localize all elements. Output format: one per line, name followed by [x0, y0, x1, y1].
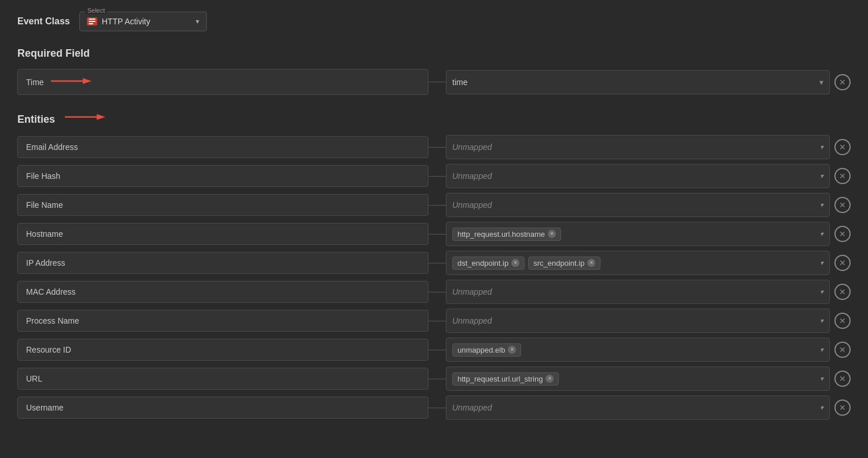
entity-chevron-icon-2: ▾ — [820, 201, 823, 209]
entity-tag-text-7-0: unmapped.elb — [457, 346, 505, 354]
entity-chevron-icon-9: ▾ — [820, 404, 823, 412]
select-label: Select — [85, 7, 108, 14]
entity-tag-4-0: dst_endpoint.ip× — [452, 257, 525, 270]
entity-connector-6 — [428, 321, 446, 321]
entity-remove-button-8[interactable]: ✕ — [834, 371, 851, 387]
entity-value-box-1[interactable]: Unmapped▾ — [446, 164, 830, 188]
entity-connector-1 — [428, 176, 446, 177]
entity-value-box-5[interactable]: Unmapped▾ — [446, 280, 830, 304]
entity-chevron-icon-8: ▾ — [820, 375, 823, 383]
entity-remove-button-5[interactable]: ✕ — [834, 284, 851, 300]
event-class-value: HTTP Activity — [102, 17, 191, 26]
entity-label-box-3: Hostname — [17, 223, 428, 245]
time-label: Time — [26, 78, 44, 87]
entity-unmapped-0: Unmapped — [452, 142, 492, 152]
entity-chevron-icon-5: ▾ — [820, 288, 823, 296]
time-value-box[interactable]: time ▾ — [446, 70, 830, 94]
entity-remove-button-3[interactable]: ✕ — [834, 226, 851, 242]
entity-value-box-2[interactable]: Unmapped▾ — [446, 193, 830, 217]
entity-label-box-6: Process Name — [17, 310, 428, 332]
entity-tag-close-3-0[interactable]: × — [548, 230, 556, 238]
entity-chevron-icon-7: ▾ — [820, 346, 823, 354]
event-class-chevron-icon: ▾ — [196, 17, 199, 25]
entity-label-box-0: Email Address — [17, 136, 428, 158]
entities-container: Email AddressUnmapped▾✕File HashUnmapped… — [17, 135, 851, 420]
entity-row-8: URLhttp_request.url.url_string×▾✕ — [17, 367, 851, 391]
entity-row-1: File HashUnmapped▾✕ — [17, 164, 851, 188]
time-value: time — [452, 78, 823, 87]
entity-remove-button-1[interactable]: ✕ — [834, 168, 851, 184]
entity-unmapped-9: Unmapped — [452, 403, 492, 412]
required-field-section: Required Field Time time ▾ ✕ — [17, 47, 851, 95]
event-class-select-wrapper: Select HTTP Activity ▾ — [79, 12, 207, 31]
entity-value-content-4: dst_endpoint.ip×src_endpoint.ip× — [452, 257, 823, 270]
entity-tag-7-0: unmapped.elb× — [452, 343, 521, 357]
entity-row-4: IP Addressdst_endpoint.ip×src_endpoint.i… — [17, 251, 851, 275]
http-activity-icon — [87, 17, 97, 25]
entity-chevron-icon-3: ▾ — [820, 230, 823, 238]
entity-value-content-0: Unmapped — [452, 142, 823, 152]
entity-label-box-5: MAC Address — [17, 281, 428, 303]
entity-connector-2 — [428, 205, 446, 206]
entity-value-box-0[interactable]: Unmapped▾ — [446, 135, 830, 159]
time-remove-button[interactable]: ✕ — [834, 74, 851, 90]
entity-remove-button-6[interactable]: ✕ — [834, 313, 851, 329]
entity-remove-button-4[interactable]: ✕ — [834, 255, 851, 271]
entity-connector-7 — [428, 350, 446, 350]
entity-label-box-2: File Name — [17, 194, 428, 216]
entity-value-content-7: unmapped.elb× — [452, 343, 823, 357]
entity-value-box-4[interactable]: dst_endpoint.ip×src_endpoint.ip×▾ — [446, 251, 830, 275]
time-arrow-icon — [51, 75, 91, 89]
time-label-box: Time — [17, 69, 428, 95]
entities-arrow-icon — [65, 111, 105, 126]
entity-label-box-8: URL — [17, 368, 428, 390]
entity-connector-4 — [428, 263, 446, 263]
entity-chevron-icon-0: ▾ — [820, 143, 823, 151]
entity-tag-4-1: src_endpoint.ip× — [528, 257, 600, 270]
time-field-row: Time time ▾ ✕ — [17, 69, 851, 95]
time-chevron-icon: ▾ — [819, 78, 823, 87]
entity-remove-button-7[interactable]: ✕ — [834, 342, 851, 358]
entity-label-box-7: Resource ID — [17, 339, 428, 361]
svg-marker-6 — [97, 114, 105, 120]
entity-tag-3-0: http_request.url.hostname× — [452, 228, 561, 241]
entity-remove-button-0[interactable]: ✕ — [834, 139, 851, 155]
entity-label-box-4: IP Address — [17, 252, 428, 274]
entity-connector-8 — [428, 379, 446, 379]
entity-label-box-9: Username — [17, 397, 428, 419]
entity-tag-close-8-0[interactable]: × — [545, 375, 554, 383]
entity-tag-text-3-0: http_request.url.hostname — [457, 230, 545, 239]
entity-remove-button-9[interactable]: ✕ — [834, 400, 851, 416]
event-class-dropdown[interactable]: HTTP Activity ▾ — [79, 12, 207, 31]
entity-row-2: File NameUnmapped▾✕ — [17, 193, 851, 217]
entity-connector-3 — [428, 234, 446, 235]
entity-connector-9 — [428, 408, 446, 408]
entity-value-box-6[interactable]: Unmapped▾ — [446, 309, 830, 333]
entity-remove-button-2[interactable]: ✕ — [834, 197, 851, 213]
entity-unmapped-2: Unmapped — [452, 200, 492, 210]
entity-connector-5 — [428, 292, 446, 292]
entity-connector-0 — [428, 147, 446, 148]
entity-value-box-3[interactable]: http_request.url.hostname×▾ — [446, 222, 830, 246]
entity-chevron-icon-1: ▾ — [820, 172, 823, 180]
entity-value-content-2: Unmapped — [452, 200, 823, 210]
entity-unmapped-6: Unmapped — [452, 316, 492, 325]
entity-value-content-1: Unmapped — [452, 171, 823, 181]
entity-tag-close-4-1[interactable]: × — [587, 259, 595, 267]
svg-rect-1 — [89, 21, 96, 22]
entity-value-content-3: http_request.url.hostname× — [452, 228, 823, 241]
entity-value-box-9[interactable]: Unmapped▾ — [446, 395, 830, 420]
entity-chevron-icon-6: ▾ — [820, 317, 823, 325]
entity-tag-text-4-0: dst_endpoint.ip — [457, 259, 508, 268]
entity-row-0: Email AddressUnmapped▾✕ — [17, 135, 851, 159]
entity-row-5: MAC AddressUnmapped▾✕ — [17, 280, 851, 304]
entity-label-box-1: File Hash — [17, 165, 428, 187]
entity-value-box-8[interactable]: http_request.url.url_string×▾ — [446, 367, 830, 391]
entity-tag-close-7-0[interactable]: × — [508, 346, 516, 354]
entity-tag-8-0: http_request.url.url_string× — [452, 372, 559, 386]
required-field-title: Required Field — [17, 47, 851, 60]
entity-unmapped-5: Unmapped — [452, 287, 492, 296]
entity-tag-close-4-0[interactable]: × — [511, 259, 519, 267]
entity-value-box-7[interactable]: unmapped.elb×▾ — [446, 338, 830, 362]
entity-value-content-5: Unmapped — [452, 287, 823, 296]
